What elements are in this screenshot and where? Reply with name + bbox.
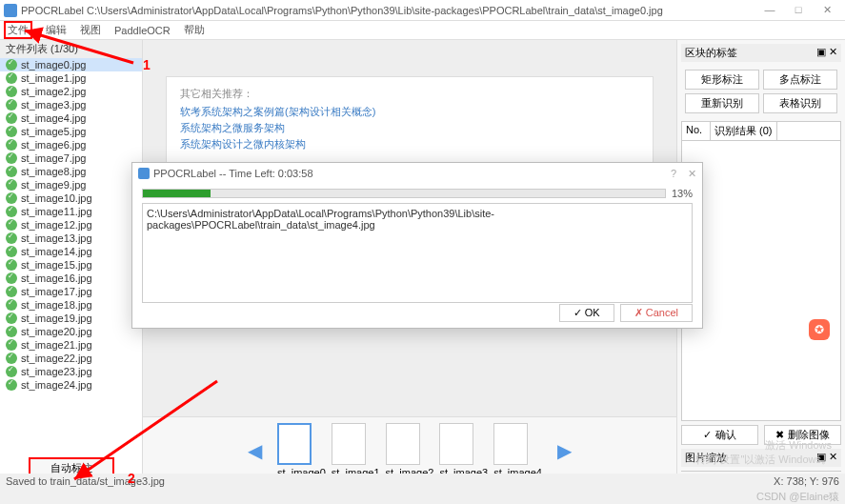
points-label-button[interactable]: 多点标注 xyxy=(763,70,837,90)
close-button[interactable]: ✕ xyxy=(813,4,841,16)
check-icon xyxy=(6,179,17,191)
menu-paddle[interactable]: PaddleOCR xyxy=(114,25,171,36)
check-icon xyxy=(6,192,17,204)
list-item[interactable]: st_image1.jpg xyxy=(0,71,142,85)
thumbnail[interactable]: st_image1 xyxy=(332,423,380,478)
list-item[interactable]: st_image24.jpg xyxy=(0,378,142,392)
list-item[interactable]: st_image9.jpg xyxy=(0,178,142,192)
file-label: st_image5.jpg xyxy=(21,126,87,137)
check-icon xyxy=(6,379,17,391)
check-icon xyxy=(6,326,17,337)
list-item[interactable]: st_image18.jpg xyxy=(0,298,142,312)
annotation-2: 2 xyxy=(128,471,135,486)
list-item[interactable]: st_image12.jpg xyxy=(0,218,142,232)
check-icon xyxy=(6,353,17,364)
progress-percent: 13% xyxy=(672,188,693,199)
check-icon xyxy=(6,272,17,284)
file-label: st_image3.jpg xyxy=(21,99,87,111)
thumbnail[interactable]: st_image0 xyxy=(277,423,326,478)
file-label: st_image13.jpg xyxy=(21,232,92,244)
list-item[interactable]: st_image0.jpg xyxy=(0,58,142,71)
app-icon xyxy=(4,4,17,17)
menubar: 文件 编辑 视图 PaddleOCR 帮助 xyxy=(0,21,845,40)
check-icon xyxy=(6,206,17,217)
file-label: st_image24.jpg xyxy=(21,379,92,391)
thumbnail[interactable]: st_image3 xyxy=(439,423,488,478)
doc-link: 系统架构之微服务架构 xyxy=(180,121,639,135)
prev-arrow-icon[interactable]: ◀ xyxy=(238,439,272,462)
maximize-button[interactable]: □ xyxy=(784,4,813,16)
check-icon xyxy=(6,72,17,84)
sidebar: 文件列表 (1/30) st_image0.jpgst_image1.jpgst… xyxy=(0,40,143,483)
dialog-icon xyxy=(138,168,150,179)
list-item[interactable]: st_image11.jpg xyxy=(0,205,142,218)
titlebar: PPOCRLabel C:\Users\Administrator\AppDat… xyxy=(0,0,845,21)
list-item[interactable]: st_image23.jpg xyxy=(0,365,142,378)
check-icon xyxy=(6,99,17,111)
progress-dialog: PPOCRLabel -- Time Left: 0:03:58 ? ✕ 13%… xyxy=(131,162,703,329)
list-item[interactable]: st_image6.jpg xyxy=(0,138,142,151)
ok-button[interactable]: ✓ OK xyxy=(559,304,614,322)
check-icon xyxy=(6,259,17,271)
list-item[interactable]: st_image10.jpg xyxy=(0,192,142,205)
file-label: st_image10.jpg xyxy=(21,192,92,204)
file-label: st_image19.jpg xyxy=(21,312,92,324)
file-label: st_image14.jpg xyxy=(21,246,92,257)
cancel-button[interactable]: ✗ Cancel xyxy=(620,304,693,322)
menu-file[interactable]: 文件 xyxy=(4,21,32,39)
file-label: st_image8.jpg xyxy=(21,166,87,177)
csdn-watermark: CSDN @Elaine猿 xyxy=(756,490,839,504)
list-item[interactable]: st_image16.jpg xyxy=(0,272,142,285)
related-title: 其它相关推荐： xyxy=(180,87,639,101)
dialog-help-icon[interactable]: ? xyxy=(671,168,676,180)
file-label: st_image2.jpg xyxy=(21,86,87,97)
minimize-button[interactable]: — xyxy=(755,4,784,16)
list-item[interactable]: st_image3.jpg xyxy=(0,98,142,111)
list-item[interactable]: st_image7.jpg xyxy=(0,151,142,165)
next-arrow-icon[interactable]: ▶ xyxy=(548,439,581,462)
menu-help[interactable]: 帮助 xyxy=(184,23,205,37)
list-item[interactable]: st_image22.jpg xyxy=(0,352,142,365)
check-icon xyxy=(6,286,17,297)
check-icon xyxy=(6,139,17,151)
thumbnail[interactable]: st_image2 xyxy=(386,423,434,478)
list-item[interactable]: st_image5.jpg xyxy=(0,125,142,138)
status-xy: X: 738; Y: 976 xyxy=(774,475,839,487)
file-label: st_image4.jpg xyxy=(21,112,87,124)
list-item[interactable]: st_image20.jpg xyxy=(0,325,142,338)
file-list[interactable]: st_image0.jpgst_image1.jpgst_image2.jpgs… xyxy=(0,58,142,454)
result-list[interactable] xyxy=(681,141,841,421)
list-item[interactable]: st_image14.jpg xyxy=(0,245,142,258)
file-label: st_image12.jpg xyxy=(21,219,92,231)
list-item[interactable]: st_image17.jpg xyxy=(0,285,142,298)
list-item[interactable]: st_image2.jpg xyxy=(0,85,142,98)
file-label: st_image9.jpg xyxy=(21,179,87,191)
file-label: st_image17.jpg xyxy=(21,286,92,297)
help-bubble-icon[interactable]: ✪ xyxy=(809,319,830,340)
check-icon xyxy=(6,312,17,324)
window-title: PPOCRLabel C:\Users\Administrator\AppDat… xyxy=(21,5,663,16)
doc-card: 其它相关推荐： 软考系统架构之案例篇(架构设计相关概念) 系统架构之微服务架构 … xyxy=(166,76,654,164)
file-label: st_image1.jpg xyxy=(21,72,87,84)
menu-view[interactable]: 视图 xyxy=(80,23,101,37)
dialog-title: PPOCRLabel -- Time Left: 0:03:58 xyxy=(153,168,313,179)
rect-label-button[interactable]: 矩形标注 xyxy=(685,70,759,90)
menu-edit[interactable]: 编辑 xyxy=(46,23,67,37)
list-item[interactable]: st_image8.jpg xyxy=(0,165,142,178)
thumbnail[interactable]: st_image4 xyxy=(493,423,542,478)
list-item[interactable]: st_image13.jpg xyxy=(0,232,142,245)
check-icon xyxy=(6,112,17,124)
list-item[interactable]: st_image21.jpg xyxy=(0,338,142,352)
dialog-close-icon[interactable]: ✕ xyxy=(688,168,696,180)
rerecognize-button[interactable]: 重新识别 xyxy=(685,93,759,113)
doc-link: 软考系统架构之案例篇(架构设计相关概念) xyxy=(180,105,639,119)
file-label: st_image23.jpg xyxy=(21,366,92,377)
list-item[interactable]: st_image19.jpg xyxy=(0,312,142,325)
panel-controls[interactable]: ▣ ✕ xyxy=(816,46,837,60)
annotation-1: 1 xyxy=(143,57,151,72)
check-icon xyxy=(6,152,17,164)
list-item[interactable]: st_image4.jpg xyxy=(0,111,142,125)
list-item[interactable]: st_image15.jpg xyxy=(0,258,142,272)
file-label: st_image16.jpg xyxy=(21,272,92,284)
table-rec-button[interactable]: 表格识别 xyxy=(763,93,837,113)
